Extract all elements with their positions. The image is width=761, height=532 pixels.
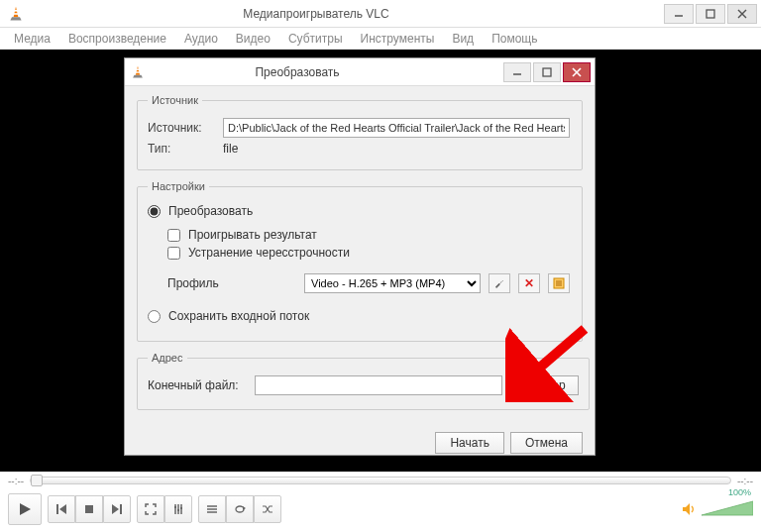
profile-edit-button[interactable] [489,273,510,293]
loop-button[interactable] [226,495,254,523]
dialog-titlebar: Преобразовать [125,58,595,86]
loop-icon [234,503,246,515]
play-button[interactable] [8,493,42,525]
dialog-title: Преобразовать [151,65,503,79]
speaker-icon [682,502,698,516]
next-icon [111,503,123,515]
svg-rect-13 [543,68,551,76]
menu-playback[interactable]: Воспроизведение [60,30,174,48]
equalizer-icon [172,503,184,515]
svg-marker-11 [133,74,143,77]
svg-rect-5 [707,10,714,18]
type-value: file [223,142,238,156]
next-button[interactable] [103,495,131,523]
profile-new-button[interactable] [548,273,570,293]
volume-slider[interactable] [702,499,753,517]
fullscreen-button[interactable] [137,495,164,523]
svg-marker-8 [136,65,140,74]
video-area: Преобразовать Источник Источник: Тип: fi… [0,50,761,472]
destination-input[interactable] [255,375,502,395]
svg-marker-3 [10,17,21,20]
destination-group: Адрес Конечный файл: Обзор [137,352,590,410]
svg-rect-23 [56,504,58,514]
playlist-button[interactable] [198,495,226,523]
menu-bar: Медиа Воспроизведение Аудио Видео Субтит… [0,28,761,50]
time-total: --:-- [737,476,753,486]
stop-button[interactable] [75,495,103,523]
menu-subtitles[interactable]: Субтитры [280,30,351,48]
stop-icon [83,503,95,515]
svg-rect-25 [85,505,93,513]
main-close-button[interactable] [727,4,757,24]
prev-icon [55,503,67,515]
menu-video[interactable]: Видео [228,30,278,48]
svg-rect-1 [14,10,17,12]
menu-media[interactable]: Медиа [6,30,58,48]
svg-marker-40 [702,501,753,515]
cancel-button[interactable]: Отмена [510,432,583,454]
destination-group-label: Адрес [148,352,187,364]
destination-label: Конечный файл: [148,378,247,392]
svg-marker-0 [14,6,19,16]
source-label: Источник: [148,121,215,135]
dialog-vlc-icon [131,65,145,79]
seek-track[interactable] [30,477,731,484]
ext-settings-button[interactable] [164,495,192,523]
checkbox-play-result-label: Проигрывать результат [188,228,317,242]
volume-percent: 100% [728,487,751,497]
svg-rect-10 [136,71,140,72]
convert-dialog: Преобразовать Источник Источник: Тип: fi… [124,57,596,456]
menu-audio[interactable]: Аудио [176,30,226,48]
delete-icon: ✕ [524,276,534,290]
svg-rect-9 [137,68,140,69]
shuffle-icon [262,503,273,515]
profile-delete-button[interactable]: ✕ [518,273,540,293]
svg-rect-32 [177,509,179,511]
main-titlebar: Медиапроигрыватель VLC [0,0,761,28]
playback-controls: 100% [0,489,761,529]
profile-select[interactable]: Video - H.265 + MP3 (MP4) [304,273,481,293]
menu-view[interactable]: Вид [444,30,482,48]
vlc-logo-icon [8,6,24,22]
svg-rect-33 [180,507,182,509]
source-group-label: Источник [148,94,202,106]
svg-rect-31 [174,506,176,508]
checkbox-deinterlace[interactable] [167,247,180,260]
volume-control[interactable]: 100% [682,499,753,520]
svg-rect-27 [120,504,122,514]
type-label: Тип: [148,142,215,156]
profile-label: Профиль [167,276,296,290]
svg-rect-2 [14,13,18,15]
svg-marker-26 [112,504,119,514]
dialog-maximize-button[interactable] [533,62,561,82]
settings-group: Настройки Преобразовать Проигрывать резу… [137,180,583,342]
radio-convert-label: Преобразовать [168,204,253,218]
checkbox-play-result[interactable] [167,229,180,242]
radio-save-stream-label: Сохранить входной поток [168,309,309,323]
radio-convert[interactable] [148,205,161,218]
svg-marker-24 [59,504,66,514]
checkbox-deinterlace-label: Устранение чересстрочности [188,246,350,260]
fullscreen-icon [145,503,157,515]
source-input[interactable] [223,118,570,138]
shuffle-button[interactable] [254,495,281,523]
main-maximize-button[interactable] [696,4,725,24]
prev-button[interactable] [48,495,75,523]
source-group: Источник Источник: Тип: file [137,94,583,170]
main-minimize-button[interactable] [664,4,694,24]
svg-marker-38 [683,503,690,515]
start-button[interactable]: Начать [435,432,504,454]
menu-tools[interactable]: Инструменты [353,30,443,48]
play-icon [18,502,32,516]
playlist-icon [206,503,218,515]
svg-marker-22 [20,503,31,515]
seek-bar-row: --:-- --:-- [0,472,761,489]
dialog-minimize-button[interactable] [503,62,531,82]
main-title: Медиапроигрыватель VLC [30,7,662,21]
radio-save-stream[interactable] [148,310,161,323]
seek-thumb[interactable] [31,475,43,486]
dialog-close-button[interactable] [563,62,591,82]
menu-help[interactable]: Помощь [484,30,545,48]
wrench-icon [493,277,505,289]
browse-button[interactable]: Обзор [518,375,579,395]
